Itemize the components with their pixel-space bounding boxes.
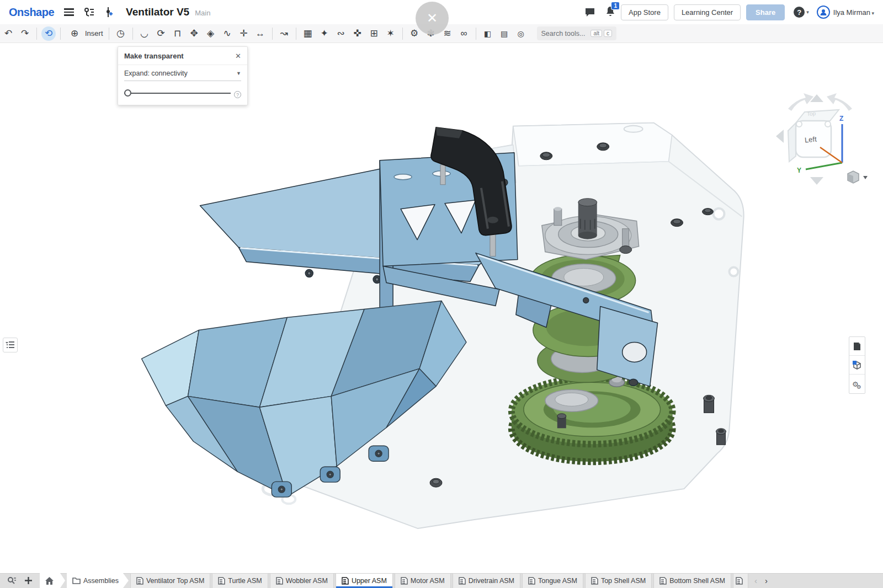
tab-scroll-nav: ‹ › — [748, 573, 774, 588]
mate-connector-icon[interactable]: ✦ — [316, 28, 333, 39]
tab-label: Turtle ASM — [228, 577, 262, 585]
final-sync-icon[interactable]: ⟲ — [41, 26, 56, 41]
explore-icon[interactable]: ◎ — [513, 29, 529, 38]
tab-top-shell-asm[interactable]: Top Shell ASM — [585, 573, 652, 588]
undo-icon[interactable]: ↶ — [0, 28, 17, 39]
shortcut-key-alt: alt — [591, 30, 602, 37]
revolute-mate-icon[interactable]: ⟳ — [153, 28, 169, 39]
3d-viewport[interactable]: ⚙⚙ Top Left Z — [0, 44, 883, 573]
tab-turtle-asm[interactable]: Turtle ASM — [212, 573, 268, 588]
home-tab[interactable] — [40, 573, 65, 588]
make-transparent-panel: Make transparent ✕ Expand: connectivity … — [118, 46, 248, 105]
user-menu[interactable]: Ilya Mirman — [833, 8, 874, 17]
cube-top-label[interactable]: Top — [807, 110, 816, 117]
svg-text:⚙: ⚙ — [857, 384, 861, 389]
path-icon[interactable]: ∾ — [333, 28, 349, 39]
tab-bottom-shell-asm[interactable]: Bottom Shell ASM — [653, 573, 731, 588]
tab-drivetrain-asm[interactable]: Drivetrain ASM — [453, 573, 520, 588]
axis-y-label: Y — [797, 167, 801, 174]
tangent-mate-icon[interactable]: ↝ — [276, 28, 292, 39]
comments-icon[interactable] — [584, 7, 595, 17]
breadcrumb-assemblies-tab[interactable]: Assemblies — [67, 573, 129, 588]
search-tabs-icon[interactable] — [3, 573, 20, 588]
document-tab-bar: Assemblies Ventilator Top ASM Turtle ASM… — [0, 573, 883, 588]
cube-face-label[interactable]: Left — [804, 135, 817, 145]
tab-tongue-asm[interactable]: Tongue ASM — [522, 573, 583, 588]
shortcut-key-c: c — [604, 30, 612, 37]
transparency-slider[interactable] — [124, 89, 231, 97]
search-placeholder: Search tools... — [541, 30, 586, 38]
tabs-scroll-right-icon[interactable]: › — [761, 576, 772, 585]
pattern-icon[interactable]: ⊞ — [366, 28, 382, 39]
configurations-panel-toggle[interactable]: ⚙⚙ — [849, 375, 865, 393]
instances-panel-toggle[interactable] — [3, 338, 18, 352]
tab-label: Motor ASM — [411, 577, 445, 585]
view-cube-body[interactable]: Top Left — [788, 110, 839, 162]
parallel-mate-icon[interactable]: ↔ — [252, 28, 269, 39]
tab-label: Wobbler ASM — [286, 577, 328, 585]
insert-button[interactable]: ⊕ Insert — [64, 28, 105, 39]
cylindrical-mate-icon[interactable]: ◈ — [203, 28, 219, 39]
pin-slot-mate-icon[interactable]: ∿ — [219, 28, 236, 39]
tab-label: Drivetrain ASM — [469, 577, 514, 585]
insert-icon: ⊕ — [66, 28, 83, 39]
assembly-model[interactable] — [0, 44, 883, 573]
app-store-button[interactable]: App Store — [621, 4, 668, 20]
comments-panel-toggle[interactable] — [849, 337, 865, 356]
planar-mate-icon[interactable]: ✥ — [186, 28, 203, 39]
new-tab-icon[interactable] — [20, 573, 36, 588]
fastened-mate-icon[interactable]: ◡ — [136, 28, 153, 39]
onshape-logo[interactable]: Onshape — [9, 6, 54, 19]
branch-workspace-icon[interactable] — [105, 7, 114, 18]
tab-label: Top Shell ASM — [601, 577, 646, 585]
tab-label: Bottom Shell ASM — [669, 577, 725, 585]
tab-wobbler-asm[interactable]: Wobbler ASM — [270, 573, 334, 588]
tab-upper-asm-active[interactable]: Upper ASM — [336, 573, 393, 588]
tab-label: Ventilator Top ASM — [146, 577, 204, 585]
group-icon[interactable]: ▦ — [300, 28, 316, 39]
display-states-icon[interactable]: ◧ — [480, 29, 496, 38]
breadcrumb-label: Assemblies — [83, 577, 119, 585]
learning-center-button[interactable]: Learning Center — [674, 4, 741, 20]
tab-label: Tongue ASM — [538, 577, 577, 585]
named-views-icon[interactable]: ▤ — [496, 29, 513, 38]
explode-icon[interactable]: ✶ — [382, 28, 399, 39]
hamburger-menu-icon[interactable] — [64, 7, 74, 18]
close-overlay-button[interactable]: ✕ — [416, 2, 449, 35]
search-tools-input[interactable]: Search tools... alt c — [537, 26, 616, 40]
belt-icon[interactable]: ∞ — [456, 28, 472, 39]
document-title: Ventilator V5 — [126, 6, 189, 18]
panel-close-icon[interactable]: ✕ — [235, 52, 241, 60]
dropdown-value: Expand: connectivity — [124, 70, 188, 77]
redo-icon[interactable]: ↷ — [17, 28, 33, 39]
snap-mode-icon[interactable]: ✜ — [349, 28, 366, 39]
axis-z-label: Z — [839, 115, 843, 122]
slider-mate-icon[interactable]: ⊓ — [169, 28, 186, 39]
ball-mate-icon[interactable]: ✛ — [236, 28, 252, 39]
right-panel-toggles: ⚙⚙ — [849, 336, 865, 394]
help-caret-icon[interactable]: ▾ — [806, 9, 809, 15]
tab-clipped[interactable] — [733, 573, 748, 588]
workspace-label[interactable]: Main — [195, 9, 210, 17]
share-button[interactable]: Share — [746, 4, 785, 20]
tab-label: Upper ASM — [352, 577, 387, 585]
notification-count-badge: 1 — [611, 2, 620, 10]
view-cube[interactable]: Top Left Z Y — [772, 92, 869, 187]
dropdown-caret-icon: ▼ — [236, 71, 241, 76]
notifications-bell-icon[interactable]: 1 — [605, 6, 615, 19]
tab-motor-asm[interactable]: Motor ASM — [395, 573, 451, 588]
help-icon[interactable]: ? — [794, 7, 805, 18]
insert-label: Insert — [85, 29, 103, 38]
tab-ventilator-top-asm[interactable]: Ventilator Top ASM — [130, 573, 210, 588]
slider-handle[interactable] — [124, 89, 131, 97]
parts-panel-toggle[interactable] — [849, 356, 865, 375]
expand-mode-dropdown[interactable]: Expand: connectivity ▼ — [124, 70, 241, 81]
user-avatar[interactable] — [817, 6, 830, 19]
panel-title: Make transparent — [124, 52, 184, 60]
history-clock-icon[interactable]: ◷ — [113, 28, 129, 39]
view-options-button[interactable] — [848, 171, 868, 183]
versions-history-icon[interactable] — [84, 7, 95, 17]
tabs-scroll-left-icon[interactable]: ‹ — [751, 576, 761, 585]
slider-help-icon[interactable]: ? — [234, 91, 241, 98]
